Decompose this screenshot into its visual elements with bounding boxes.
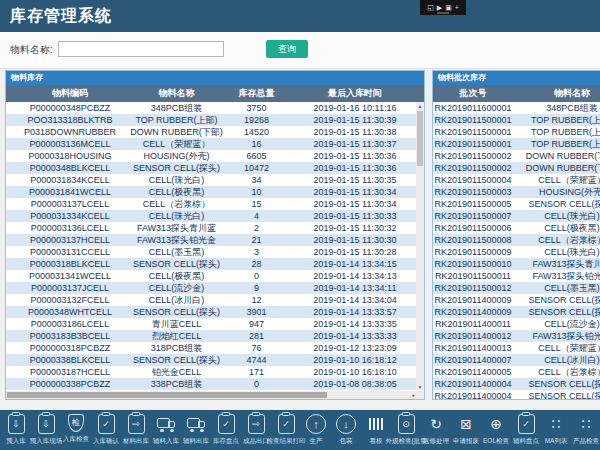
table-row[interactable]: RK2019011500011 FAW313探头铂光金	[433, 270, 600, 282]
scrollbar-thumb[interactable]	[7, 392, 327, 398]
cell-batch-no: RK2019011500006	[433, 222, 513, 234]
column-header[interactable]: 物料名称	[513, 85, 600, 102]
column-header[interactable]: 最后入库时间	[294, 85, 416, 102]
table-row[interactable]: P000003187HCELL 铂光金CELL 171 2019-01-10 1…	[6, 366, 416, 378]
query-button[interactable]: 查询	[266, 40, 308, 58]
table-row[interactable]: RK2019011500006 CELL(极夜黑)	[433, 222, 600, 234]
table-row[interactable]: RK2019011500003 HOUSING(外壳)	[433, 186, 600, 198]
scrollbar-thumb[interactable]	[417, 111, 423, 166]
column-header[interactable]: 批次号	[433, 85, 513, 102]
table-row[interactable]: P000031841WCELL CELL(极夜黑) 10 2019-01-15 …	[6, 186, 416, 198]
clipboard-check-icon: ✓	[278, 414, 295, 434]
table-row[interactable]: P000031834KCELL CELL(珠光白) 34 2019-01-15 …	[6, 174, 416, 186]
toolbar-item[interactable]: 检 入库检查	[61, 410, 91, 450]
material-name-input[interactable]	[58, 41, 224, 57]
table-row[interactable]: P000000318PCBZZ 318PCB组装 76 2019-01-12 1…	[6, 342, 416, 354]
table-row[interactable]: P000003137HCELL FAW313探头铂光金 21 2019-01-1…	[6, 234, 416, 246]
toolbar-item[interactable]: 辅料出库	[181, 410, 211, 450]
table-row[interactable]: RK2019011500001 TOP RUBBER(上部)	[433, 126, 600, 138]
toolbar-item[interactable]: ∷ 产品检查	[571, 410, 600, 450]
toolbar-item[interactable]: ✓ 辅料盘点	[511, 410, 541, 450]
cell-material-code: P0000318HOUSING	[6, 150, 134, 162]
toolbar-item[interactable]: ⊕ EOL检查	[481, 410, 511, 450]
table-row[interactable]: RK2019011400009 SENSOR CELL(探头)	[433, 294, 600, 306]
scroll-down-icon[interactable]: ▼	[418, 383, 423, 391]
table-row[interactable]: RK2019011500002 DOWN RUBBER(下部)	[433, 150, 600, 162]
table-row[interactable]: RK2019011400011 CELL(流沙金)	[433, 318, 600, 330]
cell-material-name: CELL(珠光白)	[513, 246, 600, 258]
toolbar-item[interactable]: ↑ 生产	[301, 410, 331, 450]
toolbar-item[interactable]: ⇨ 材料出库	[121, 410, 151, 450]
table-row[interactable]: P0000348BLKCELL SENSOR CELL(探头) 10472 20…	[6, 162, 416, 174]
table-row[interactable]: P000003136MCELL CELL（荣耀蓝） 16 2019-01-15 …	[6, 138, 416, 150]
cell-material-name: CELL(冰川白)	[134, 294, 219, 306]
table-row[interactable]: RK2019011500004 CELL（荣耀蓝）	[433, 174, 600, 186]
table-row[interactable]: RK2019011500005 SENSOR CELL(探头)	[433, 198, 600, 210]
table-row[interactable]: P0318DOWNRUBBER DOWN RUBBER(下部) 14520 20…	[6, 126, 416, 138]
table-row[interactable]: P0000348WHTCELL SENSOR CELL(探头) 3901 201…	[6, 306, 416, 318]
table-row[interactable]: RK2019011500002 DOWN RUBBER(下部)	[433, 162, 600, 174]
table-row[interactable]: RK2019011500008 CELL（岩浆棕）	[433, 234, 600, 246]
table-row[interactable]: RK2019011400009 SENSOR CELL(探头)	[433, 306, 600, 318]
toolbar-item[interactable]: ⊙ 外观检查(批量	[391, 410, 421, 450]
table-row[interactable]: RK2019011400004 SENSOR CELL(探头)	[433, 390, 600, 399]
cell-material-code: P000000348PCBZZ	[6, 102, 134, 114]
table-row[interactable]: P000003137JCELL CELL(流沙金) 9 2019-01-14 1…	[6, 282, 416, 294]
overlay-stop-icon[interactable]: ▣	[445, 4, 452, 11]
toolbar-item[interactable]: ✓ 入库确认	[91, 410, 121, 450]
table-row[interactable]: P000000338PCBZZ 338PCB组装 0 2019-01-08 08…	[6, 378, 416, 390]
column-header[interactable]: 库存总量	[219, 85, 294, 102]
vertical-scrollbar[interactable]: ▲ ▼	[416, 102, 424, 391]
cell-stock-total: 3	[219, 246, 294, 258]
toolbar-item[interactable]: ✓ 检查结果打印	[271, 410, 301, 450]
horizontal-scrollbar[interactable]: ▸	[6, 391, 416, 399]
table-row[interactable]: RK2019011400013 CELL（荣耀蓝）	[433, 342, 600, 354]
overlay-capture-icon[interactable]: ◱	[427, 4, 434, 11]
table-row[interactable]: RK2019011500007 CELL(珠光白)	[433, 210, 600, 222]
cell-material-code: P0003183B3BCELL	[6, 330, 134, 342]
table-row[interactable]: P000003186LCELL 青川蓝CELL 947 2019-01-14 1…	[6, 318, 416, 330]
cell-material-code: P0000348BLKCELL	[6, 162, 134, 174]
cell-stock-total: 0	[219, 270, 294, 282]
toolbar-item[interactable]: ⊠ 申请报废	[451, 410, 481, 450]
table-row[interactable]: P0000318HOUSING HOUSING(外壳) 6605 2019-01…	[6, 150, 416, 162]
toolbar-item[interactable]: ∷ MA列表	[541, 410, 571, 450]
toolbar-item[interactable]: ✓ 库存盘点	[211, 410, 241, 450]
toolbar-item[interactable]: 辅料入库	[151, 410, 181, 450]
table-row[interactable]: POO313318BLKTRB TOP RUBBER(上部) 19268 201…	[6, 114, 416, 126]
table-row[interactable]: RK2019011600001 348PCB组装	[433, 102, 600, 114]
table-row[interactable]: RK2019011400007 CELL(冰川白)	[433, 354, 600, 366]
table-row[interactable]: RK2019011500012 CELL(墨玉黑)	[433, 282, 600, 294]
table-row[interactable]: RK2019011500010 FAW313探头青川蓝	[433, 258, 600, 270]
toolbar-item-label: 产品检查	[573, 437, 599, 446]
table-row[interactable]: RK2019011500001 TOP RUBBER(上部)	[433, 138, 600, 150]
table-row[interactable]: P000031334KCELL CELL(珠光白) 4 2019-01-15 1…	[6, 210, 416, 222]
scroll-right-icon[interactable]: ▸	[412, 392, 415, 398]
table-row[interactable]: P000003136LCELL FAW313探头青川蓝 2 2019-01-15…	[6, 222, 416, 234]
clipboard-check-icon: ✓	[98, 414, 115, 434]
table-row[interactable]: P000000348PCBZZ 348PCB组装 3750 2019-01-16…	[6, 102, 416, 114]
table-row[interactable]: RK2019011400012 FAW313探头铂光金	[433, 330, 600, 342]
table-row[interactable]: RK2019011500009 CELL(珠光白)	[433, 246, 600, 258]
toolbar-item[interactable]: ↻ 返修处理	[421, 410, 451, 450]
toolbar-item[interactable]: ⇩ 预入库	[1, 410, 31, 450]
column-header[interactable]: 物料名称	[134, 85, 219, 102]
table-row[interactable]: P0000318BLKCELL SENSOR CELL(探头) 28 2019-…	[6, 258, 416, 270]
column-header[interactable]: 物料编码	[6, 85, 134, 102]
table-row[interactable]: P000003137LCELL CELL（岩浆棕） 15 2019-01-15 …	[6, 198, 416, 210]
overlay-add-icon[interactable]: +	[455, 4, 459, 11]
cell-material-code: P0318DOWNRUBBER	[6, 126, 134, 138]
toolbar-item[interactable]: ⇩ 预入库现场	[31, 410, 61, 450]
table-row[interactable]: P000003132FCELL CELL(冰川白) 12 2019-01-14 …	[6, 294, 416, 306]
table-row[interactable]: RK2019011500001 TOP RUBBER(上部)	[433, 114, 600, 126]
scroll-up-icon[interactable]: ▲	[418, 102, 423, 110]
cell-batch-no: RK2019011500007	[433, 210, 513, 222]
table-row[interactable]: RK2019011400004 SENSOR CELL(探头)	[433, 378, 600, 390]
overlay-play-icon[interactable]: ▶	[437, 4, 442, 11]
table-row[interactable]: P0003183B3BCELL 烈焰红CELL 281 2019-01-14 1…	[6, 330, 416, 342]
table-row[interactable]: RK2019011400005 CELL（岩浆棕）	[433, 366, 600, 378]
table-row[interactable]: P000003131CCELL CELL(墨玉黑) 3 2019-01-15 1…	[6, 246, 416, 258]
table-row[interactable]: P000031341WCELL CELL(极夜黑) 0 2019-01-14 1…	[6, 270, 416, 282]
toolbar-item[interactable]: ↓ 包装	[331, 410, 361, 450]
table-row[interactable]: P0000338BLKCELL SENSOR CELL(探头) 4744 201…	[6, 354, 416, 366]
